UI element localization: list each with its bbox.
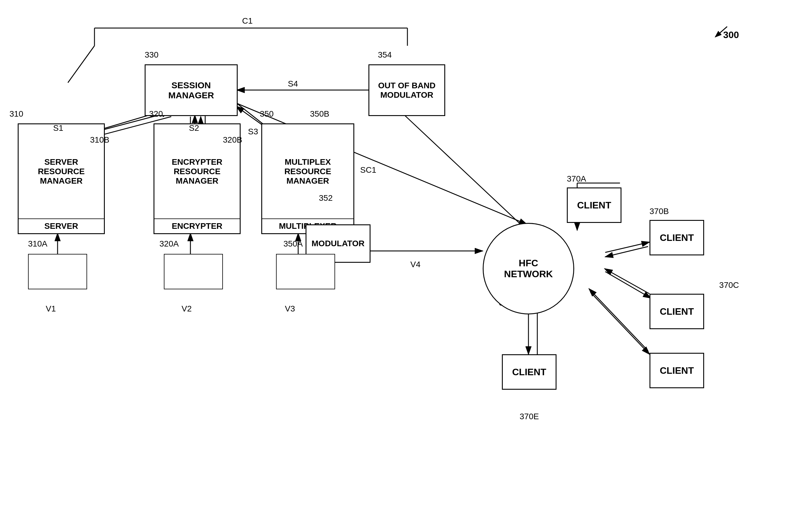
ref-320: 320 bbox=[149, 109, 163, 119]
client-370c-box: CLIENT bbox=[649, 294, 704, 329]
modulator-label: MODULATOR bbox=[311, 239, 364, 248]
s2-label: S2 bbox=[189, 124, 199, 133]
svg-line-6 bbox=[68, 46, 94, 83]
s1-label: S1 bbox=[53, 124, 63, 133]
client-370e-label: CLIENT bbox=[512, 367, 547, 378]
v1-input-box bbox=[28, 254, 87, 289]
svg-line-40 bbox=[715, 26, 727, 37]
ref-320b: 320B bbox=[223, 135, 242, 145]
ref-354: 354 bbox=[378, 50, 392, 60]
client-370b-label: CLIENT bbox=[660, 232, 694, 243]
svg-line-27 bbox=[605, 272, 651, 298]
s3-label: S3 bbox=[248, 127, 258, 136]
s4-label: S4 bbox=[288, 79, 298, 89]
client-370d-box: CLIENT bbox=[649, 353, 704, 388]
client-370e-box: CLIENT bbox=[502, 354, 556, 390]
ref-370c: 370C bbox=[719, 281, 739, 290]
v3-label: V3 bbox=[285, 304, 295, 314]
session-manager-box: SESSIONMANAGER bbox=[145, 64, 238, 116]
out-of-band-box: OUT OF BANDMODULATOR bbox=[368, 64, 445, 116]
client-370b-box: CLIENT bbox=[649, 220, 704, 255]
client-370d-label: CLIENT bbox=[660, 365, 694, 376]
client-370a-label: CLIENT bbox=[577, 200, 611, 211]
multiplex-resource-manager-box: MULTIPLEXRESOURCEMANAGER MULTIPLEXER bbox=[261, 124, 354, 234]
ref-310a: 310A bbox=[28, 239, 47, 249]
ref-352: 352 bbox=[319, 193, 333, 203]
ref-370b: 370B bbox=[649, 207, 669, 216]
svg-line-29 bbox=[590, 292, 649, 354]
v3-input-box bbox=[276, 254, 335, 289]
v2-input-box bbox=[164, 254, 223, 289]
ref-310b: 310B bbox=[90, 135, 109, 145]
svg-line-30 bbox=[589, 289, 648, 351]
session-manager-label: SESSIONMANAGER bbox=[168, 80, 214, 100]
ref-310: 310 bbox=[10, 109, 23, 119]
hfc-network-circle: HFCNETWORK bbox=[483, 223, 574, 315]
ref-370e: 370E bbox=[519, 412, 539, 421]
ref-320a: 320A bbox=[159, 239, 178, 249]
out-of-band-label: OUT OF BANDMODULATOR bbox=[378, 81, 435, 100]
ref-350b: 350B bbox=[310, 109, 329, 119]
v4-label: V4 bbox=[411, 260, 420, 269]
ref-330: 330 bbox=[145, 50, 158, 60]
ref-350: 350 bbox=[260, 109, 274, 119]
ref-370a: 370A bbox=[567, 174, 586, 184]
ref-350a: 350A bbox=[283, 239, 303, 249]
sc1-label: SC1 bbox=[360, 165, 376, 175]
svg-line-25 bbox=[605, 242, 649, 252]
c1-label: C1 bbox=[242, 16, 253, 26]
client-370c-label: CLIENT bbox=[660, 306, 694, 317]
hfc-network-label: HFCNETWORK bbox=[504, 258, 553, 280]
svg-line-28 bbox=[605, 269, 649, 294]
svg-line-33 bbox=[404, 115, 527, 230]
multiplex-resource-manager-label: MULTIPLEXRESOURCEMANAGER bbox=[262, 124, 354, 218]
svg-line-26 bbox=[605, 247, 648, 257]
v2-label: V2 bbox=[182, 304, 192, 314]
server-label: SERVER bbox=[19, 218, 104, 233]
client-370a-box: CLIENT bbox=[567, 188, 622, 223]
encrypter-label: ENCRYPTER bbox=[154, 218, 240, 233]
v1-label: V1 bbox=[46, 304, 56, 314]
